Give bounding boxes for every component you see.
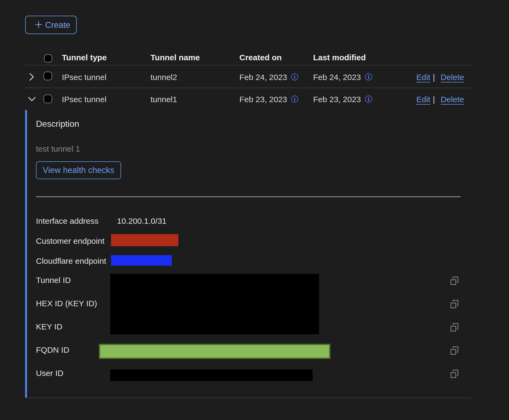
svg-text:i: i <box>368 96 370 102</box>
svg-text:i: i <box>368 74 370 80</box>
svg-text:i: i <box>294 96 296 102</box>
svg-text:i: i <box>294 74 296 80</box>
